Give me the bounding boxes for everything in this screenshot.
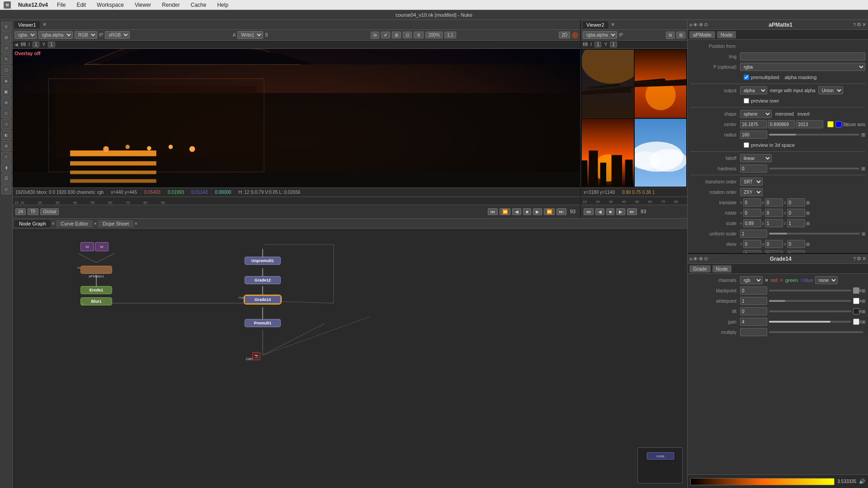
p2-tab-node[interactable]: Node xyxy=(712,265,731,272)
viewer1-alpha-select[interactable]: rgba.alpha xyxy=(38,31,73,39)
tab-curve-close[interactable]: ✕ xyxy=(94,221,97,226)
node-grade12[interactable]: Grade12 xyxy=(245,276,281,284)
viewer1-zoom-label[interactable]: 200% xyxy=(425,32,443,38)
btn-play-back[interactable]: ◀ xyxy=(512,208,521,215)
viewer1-overlay-btn[interactable]: ⧉ xyxy=(371,32,379,39)
p1-rotate-x[interactable] xyxy=(743,209,761,217)
p1-icon-4[interactable]: ⊙ xyxy=(704,22,708,28)
p2-channels-select[interactable]: rgb xyxy=(740,276,763,284)
toolbar-btn-6[interactable]: ◈ xyxy=(1,76,11,86)
p2-icon-1[interactable]: ≡ xyxy=(689,256,692,262)
grade14-speaker[interactable]: 🔊 xyxy=(859,479,865,484)
p1-radius-input[interactable] xyxy=(740,131,767,139)
p1-scale-x[interactable] xyxy=(743,219,761,227)
viewer1-global[interactable]: Global xyxy=(40,208,59,215)
p2-icon-3[interactable]: ⊕ xyxy=(699,256,703,262)
viewer1-tab[interactable]: Viewer1 xyxy=(14,21,40,28)
node-bottom-placeholder[interactable]: node xyxy=(647,452,674,460)
p1-icon-3[interactable]: ⊕ xyxy=(699,22,703,28)
p1-center-swatch2[interactable] xyxy=(835,121,842,127)
p2-icon-2[interactable]: 👁 xyxy=(693,256,698,262)
p1-translate-anim[interactable]: ⊞ xyxy=(806,200,810,205)
toolbar-btn-11[interactable]: ◐ xyxy=(1,130,11,140)
toolbar-btn-8[interactable]: ⊕ xyxy=(1,98,11,108)
toolbar-btn-1[interactable]: S xyxy=(1,22,11,32)
p1-center-icon[interactable]: ⊞ xyxy=(845,122,849,127)
viewer2-close[interactable]: ✕ xyxy=(611,22,615,28)
p1-premult-check[interactable] xyxy=(744,75,749,80)
p2-channels-none-select[interactable]: none xyxy=(815,276,838,284)
v2-img-1[interactable] xyxy=(582,50,634,118)
p1-icon-settings[interactable]: ⚙ xyxy=(857,22,861,28)
viewer1-close[interactable]: ✕ xyxy=(42,22,47,28)
p1-output-select[interactable]: alpha xyxy=(740,86,767,94)
p2-gain-input[interactable] xyxy=(740,318,767,326)
viewer1-channel-select[interactable]: rgba xyxy=(14,31,37,39)
tab-node-graph-close[interactable]: ✕ xyxy=(52,221,55,226)
toolbar-btn-4[interactable]: ✎ xyxy=(1,54,11,64)
p1-scale-y[interactable] xyxy=(765,219,783,227)
p1-uscale-input[interactable] xyxy=(740,230,767,238)
toolbar-btn-9[interactable]: ⊂ xyxy=(1,108,11,118)
p1-uscale-anim[interactable]: ⊞ xyxy=(862,231,865,236)
tab-node-graph[interactable]: Node Graph xyxy=(14,220,51,227)
p2-lift-anim[interactable]: ⊞ xyxy=(862,309,865,314)
p1-scale-z[interactable] xyxy=(787,219,805,227)
node-erode1[interactable]: Erode1 xyxy=(80,286,112,294)
viewer2-y-value[interactable]: 1 xyxy=(610,42,617,47)
p2-bp-swatch[interactable] xyxy=(853,287,859,294)
p1-img-input[interactable] xyxy=(740,52,865,61)
toolbar-btn-2[interactable]: ⊞ xyxy=(1,33,11,42)
v2-img-2[interactable] xyxy=(635,50,687,118)
v2-btn-stop[interactable]: ■ xyxy=(606,208,614,215)
viewer1-ruler[interactable]: 10 10 20 30 40 50 60 70 80 90 xyxy=(13,197,580,205)
viewer2-image-grid[interactable] xyxy=(581,49,687,188)
p1-rotate-z[interactable] xyxy=(787,209,805,217)
p2-wp-swatch[interactable] xyxy=(853,298,859,304)
p2-bp-anim[interactable]: ⊞ xyxy=(862,288,865,293)
node-cam[interactable]: 📷 xyxy=(252,352,260,360)
viewer1-srgb-select[interactable]: sRGB xyxy=(105,31,130,39)
p2-whitepoint-input[interactable] xyxy=(740,297,767,305)
p2-gain-swatch[interactable] xyxy=(853,319,859,325)
viewer1-ratio-label[interactable]: 1:1 xyxy=(444,32,456,38)
p2-icon-settings[interactable]: ⚙ xyxy=(857,256,861,262)
tab-dope-sheet[interactable]: Dope Sheet xyxy=(98,220,133,227)
p2-lift-input[interactable] xyxy=(740,307,767,315)
btn-next-frame[interactable]: ⏩ xyxy=(544,208,555,215)
menu-viewer[interactable]: Viewer xyxy=(133,1,153,9)
toolbar-btn-7[interactable]: ▣ xyxy=(1,87,11,97)
viewer1-fit-btn[interactable]: ⊡ xyxy=(403,32,412,38)
p1-preview-check[interactable] xyxy=(744,98,749,103)
p1-translate-z[interactable] xyxy=(787,198,805,206)
p1-center-z[interactable] xyxy=(796,120,823,128)
p1-tab-node-type[interactable]: aPMatte xyxy=(689,31,715,38)
p1-translate-x[interactable] xyxy=(743,198,761,206)
viewer1-tf[interactable]: TF xyxy=(28,208,38,215)
viewer1-y-value[interactable]: 1 xyxy=(48,42,55,47)
viewer2-channel-select[interactable]: rgba.alpha xyxy=(583,31,617,39)
viewer1-frame-value[interactable]: 1 xyxy=(33,42,40,47)
btn-skip-end[interactable]: ⏭ xyxy=(557,208,566,215)
menu-edit[interactable]: Edit xyxy=(75,1,88,9)
v2-btn-play-back[interactable]: ◀ xyxy=(595,208,604,215)
viewer1-fps[interactable]: 24 xyxy=(15,208,26,215)
toolbar-btn-5[interactable]: ⬡ xyxy=(1,65,11,75)
toolbar-btn-15[interactable]: ☰ xyxy=(1,174,11,183)
node-graph-area[interactable]: M M mask aPMatte1 Erode1 Blur1 1 xyxy=(13,229,687,488)
menu-render[interactable]: Render xyxy=(160,1,181,9)
viewer2-btn2[interactable]: ⊞ xyxy=(676,32,685,38)
p2-wp-anim[interactable]: ⊞ xyxy=(862,299,865,304)
node-grade14[interactable]: Grade14 xyxy=(245,296,281,304)
grade14-colorbar[interactable] xyxy=(690,478,835,485)
node-apmatte1[interactable] xyxy=(80,266,112,274)
p1-skew-x[interactable] xyxy=(743,240,761,248)
p2-icon-close[interactable]: ✕ xyxy=(862,256,866,262)
p1-p-select[interactable]: rgba xyxy=(740,63,865,71)
tab-dope-close[interactable]: ✕ xyxy=(134,221,138,226)
p1-icon-close[interactable]: ✕ xyxy=(862,22,866,28)
p1-rotate-anim[interactable]: ⊞ xyxy=(806,211,810,216)
p1-pivot-x[interactable] xyxy=(743,250,761,253)
v2-btn-play[interactable]: ▶ xyxy=(616,208,625,215)
viewer1-grid-btn[interactable]: ⊞ xyxy=(392,32,401,38)
